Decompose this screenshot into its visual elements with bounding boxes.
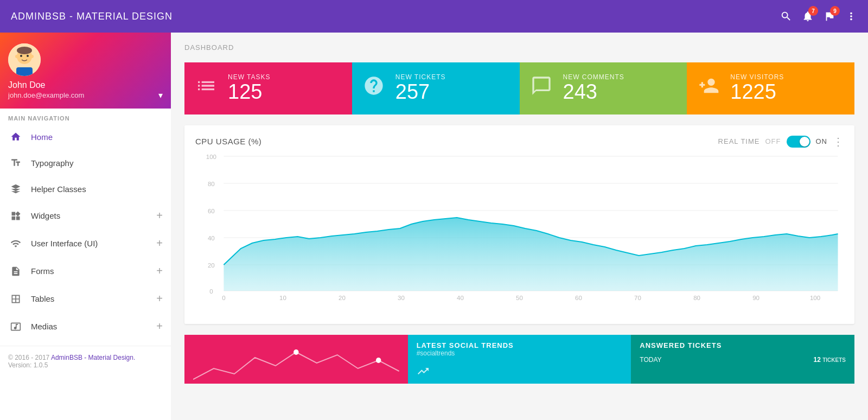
sidebar-item-label-forms: Forms bbox=[31, 266, 156, 276]
sidebar-item-label-medias: Medias bbox=[31, 322, 156, 331]
sidebar-item-ui[interactable]: User Interface (UI) + bbox=[0, 230, 171, 257]
svg-text:80: 80 bbox=[693, 295, 700, 301]
svg-text:30: 30 bbox=[398, 295, 405, 301]
sidebar-item-home[interactable]: Home bbox=[0, 124, 171, 150]
svg-point-6 bbox=[20, 55, 22, 57]
on-label: ON bbox=[816, 137, 828, 145]
flags-button[interactable]: 9 bbox=[824, 10, 835, 22]
stat-card-tickets: NEW TICKETS 257 bbox=[352, 62, 520, 114]
top-navigation: ADMINBSB - MATERIAL DESIGN 7 9 bbox=[0, 0, 868, 33]
svg-text:50: 50 bbox=[516, 295, 523, 301]
app-title: ADMINBSB - MATERIAL DESIGN bbox=[11, 11, 780, 22]
chart-title: CPU USAGE (%) bbox=[195, 137, 261, 146]
widgets-icon bbox=[8, 211, 23, 221]
forms-expand-icon[interactable]: + bbox=[156, 265, 163, 277]
page-title: DASHBOARD bbox=[184, 43, 854, 52]
stat-card-tasks-content: NEW TASKS 125 bbox=[228, 73, 271, 104]
svg-point-2 bbox=[17, 47, 32, 54]
svg-point-32 bbox=[376, 358, 381, 363]
search-button[interactable] bbox=[780, 10, 792, 22]
svg-text:80: 80 bbox=[208, 181, 215, 187]
sidebar-item-label-typography: Typography bbox=[31, 158, 163, 168]
stat-card-tasks-label: NEW TASKS bbox=[228, 73, 271, 81]
sidebar-item-label-home: Home bbox=[31, 132, 163, 142]
user-email: john.doe@example.com ▾ bbox=[8, 90, 163, 100]
more-menu-button[interactable] bbox=[845, 10, 857, 22]
svg-point-7 bbox=[27, 55, 29, 57]
notification-badge: 7 bbox=[808, 6, 818, 16]
avatar bbox=[8, 43, 41, 76]
typography-icon bbox=[8, 157, 23, 168]
social-card-tag: #socialtrends bbox=[417, 349, 623, 357]
stat-card-comments: NEW COMMENTS 243 bbox=[520, 62, 687, 114]
svg-point-5 bbox=[30, 55, 34, 58]
stat-card-tickets-value: 257 bbox=[395, 81, 446, 104]
top-nav-icons: 7 9 bbox=[780, 10, 857, 22]
widgets-expand-icon[interactable]: + bbox=[156, 209, 163, 222]
svg-text:90: 90 bbox=[752, 295, 760, 301]
tables-icon bbox=[8, 294, 23, 304]
realtime-label: REAL TIME bbox=[718, 137, 760, 145]
svg-text:60: 60 bbox=[208, 208, 215, 214]
social-card-header: LATEST SOCIAL TRENDS #socialtrends bbox=[408, 335, 631, 361]
tables-expand-icon[interactable]: + bbox=[156, 292, 163, 305]
chart-more-button[interactable]: ⋮ bbox=[833, 135, 844, 148]
sidebar-item-helper-classes[interactable]: Helper Classes bbox=[0, 176, 171, 202]
chart-section: CPU USAGE (%) REAL TIME OFF ON ⋮ 100 80 bbox=[184, 125, 854, 324]
main-content: DASHBOARD NEW TASKS 125 NEW TICKETS 257 bbox=[171, 33, 868, 420]
ui-expand-icon[interactable]: + bbox=[156, 237, 163, 250]
notifications-button[interactable]: 7 bbox=[802, 10, 814, 22]
bottom-card-pink bbox=[184, 335, 408, 384]
stat-card-visitors-content: NEW VISITORS 1225 bbox=[730, 73, 784, 104]
forms-icon bbox=[8, 266, 23, 277]
realtime-toggle[interactable] bbox=[787, 136, 810, 148]
chart-svg: 100 80 60 40 20 0 bbox=[195, 154, 844, 316]
svg-text:0: 0 bbox=[209, 288, 213, 295]
stat-card-tickets-content: NEW TICKETS 257 bbox=[395, 73, 446, 104]
tickets-unit: TICKETS bbox=[822, 357, 846, 363]
sidebar-item-forms[interactable]: Forms + bbox=[0, 257, 171, 285]
visitors-icon bbox=[698, 75, 719, 101]
stat-card-tickets-label: NEW TICKETS bbox=[395, 73, 446, 81]
diamond-icon bbox=[8, 183, 23, 194]
sidebar-item-typography[interactable]: Typography bbox=[0, 150, 171, 176]
tasks-icon bbox=[195, 75, 217, 101]
stat-card-tasks: NEW TASKS 125 bbox=[184, 62, 352, 114]
medias-expand-icon[interactable]: + bbox=[156, 320, 163, 333]
toggle-knob bbox=[800, 137, 809, 147]
sidebar-item-medias[interactable]: Medias + bbox=[0, 313, 171, 340]
svg-text:40: 40 bbox=[457, 295, 464, 301]
tickets-count: 12 TICKETS bbox=[814, 356, 846, 364]
sidebar-item-tables[interactable]: Tables + bbox=[0, 285, 171, 313]
sidebar-item-widgets[interactable]: Widgets + bbox=[0, 202, 171, 230]
tickets-icon bbox=[363, 75, 385, 101]
tickets-card-title: ANSWERED TICKETS bbox=[640, 341, 846, 349]
sidebar-header: John Doe john.doe@example.com ▾ bbox=[0, 33, 171, 109]
svg-point-31 bbox=[293, 349, 298, 355]
comments-icon bbox=[531, 75, 552, 101]
chart-controls: REAL TIME OFF ON ⋮ bbox=[718, 135, 844, 148]
flag-badge: 9 bbox=[830, 6, 840, 16]
off-label: OFF bbox=[765, 137, 781, 145]
user-menu-chevron[interactable]: ▾ bbox=[158, 90, 163, 100]
tickets-today-label: TODAY bbox=[640, 356, 661, 364]
stat-card-comments-value: 243 bbox=[563, 81, 624, 104]
svg-text:70: 70 bbox=[634, 295, 641, 301]
trend-icon bbox=[417, 365, 430, 379]
sidebar-item-label-helper: Helper Classes bbox=[31, 184, 163, 194]
svg-text:60: 60 bbox=[575, 295, 582, 301]
svg-text:100: 100 bbox=[810, 295, 820, 301]
sidebar-item-label-ui: User Interface (UI) bbox=[31, 239, 156, 248]
footer-link[interactable]: AdminBSB - Material Design. bbox=[51, 354, 135, 361]
cpu-chart: 100 80 60 40 20 0 bbox=[195, 154, 844, 319]
social-card-title: LATEST SOCIAL TRENDS bbox=[417, 341, 623, 349]
user-name: John Doe bbox=[8, 80, 163, 90]
bottom-card-tickets: ANSWERED TICKETS TODAY 12 TICKETS bbox=[631, 335, 854, 384]
svg-text:10: 10 bbox=[279, 295, 286, 301]
bottom-cards: LATEST SOCIAL TRENDS #socialtrends ANSWE… bbox=[184, 335, 854, 384]
stat-card-comments-content: NEW COMMENTS 243 bbox=[563, 73, 624, 104]
nav-section-label: MAIN NAVIGATION bbox=[0, 109, 171, 124]
svg-text:40: 40 bbox=[208, 235, 215, 241]
tickets-card-today: TODAY 12 TICKETS bbox=[631, 354, 854, 366]
stat-card-visitors-label: NEW VISITORS bbox=[730, 73, 784, 81]
